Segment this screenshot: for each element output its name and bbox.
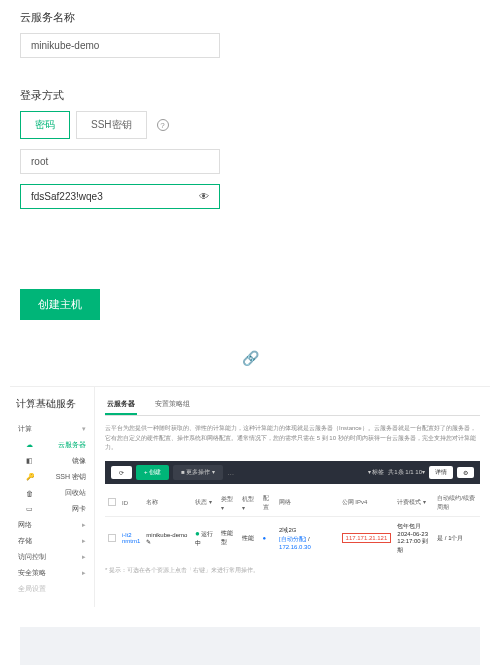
password-value: fdsSaf223!wqe3 [31, 191, 103, 202]
tab-placement-group[interactable]: 安置策略组 [153, 395, 192, 415]
sidebar-item-image[interactable]: ◧ 镜像 [16, 453, 88, 469]
cell-cfg[interactable]: ● [260, 516, 277, 560]
create-host-button[interactable]: 创建主机 [20, 289, 100, 320]
sidebar-item-security[interactable]: 安全策略▸ [16, 565, 88, 581]
create-button[interactable]: + 创建 [136, 465, 169, 480]
col-cfg: 配置 [260, 490, 277, 517]
sidebar-item-ssh[interactable]: 🔑 SSH 密钥 [16, 469, 88, 485]
sidebar: 计算基础服务 计算▾ ☁ 云服务器 ◧ 镜像 🔑 SSH 密钥 🗑 回收站 ▭ … [10, 387, 95, 607]
cell-status: ● 运行中 [192, 516, 218, 560]
sidebar-item-global: 全局设置 [16, 581, 88, 597]
sidebar-item-compute[interactable]: 计算▾ [16, 421, 88, 437]
cell-public-ip: 117.171.21.121 [339, 516, 395, 560]
tab-ssh-key[interactable]: SSH密钥 [76, 111, 147, 139]
cell-net: 2域2G[自动分配] / 172.16.0.30 [276, 516, 338, 560]
tab-cloud-server[interactable]: 云服务器 [105, 395, 137, 415]
sidebar-item-access[interactable]: 访问控制▸ [16, 549, 88, 565]
col-auto: 自动续约/续费周期 [434, 490, 480, 517]
select-all-checkbox[interactable] [108, 498, 116, 506]
col-name[interactable]: 名称 [143, 490, 192, 517]
table-tip: * 提示：可选在各个资源上点击「右键」来进行常用操作。 [105, 566, 480, 575]
link-icon: 🔗 [0, 350, 500, 366]
description-text: 云平台为您提供一种随时获取的、弹性的计算能力，这种计算能力的体现就是云服务器（I… [105, 424, 480, 453]
service-name-input[interactable]: minikube-demo [20, 33, 220, 58]
settings-icon[interactable]: ⚙ [457, 467, 474, 478]
more-actions-button[interactable]: ■ 更多操作 ▾ [173, 465, 223, 480]
sidebar-item-recycle[interactable]: 🗑 回收站 [16, 485, 88, 501]
col-bill[interactable]: 计费模式 ▾ [394, 490, 434, 517]
table-row[interactable]: i-lt2nmtm1 minikube-demo ✎ ● 运行中 性能型 性能 … [105, 516, 480, 560]
col-id[interactable]: ID [119, 490, 143, 517]
cell-id[interactable]: i-lt2nmtm1 [119, 516, 143, 560]
row-checkbox[interactable] [108, 534, 116, 542]
sidebar-item-storage[interactable]: 存储▸ [16, 533, 88, 549]
toolbar: ⟳ + 创建 ■ 更多操作 ▾ … ▾ 标签 共1条 1/1 10▾ 详情 ⚙ [105, 461, 480, 484]
cell-type: 性能型 [218, 516, 239, 560]
eye-icon[interactable]: 👁 [199, 191, 209, 202]
col-type[interactable]: 类型 ▾ [218, 490, 239, 517]
detail-button[interactable]: 详情 [429, 466, 453, 479]
sidebar-item-server[interactable]: ☁ 云服务器 [16, 437, 88, 453]
cell-perf: 性能 [239, 516, 259, 560]
cell-auto: 是 / 1个月 [434, 516, 480, 560]
cell-billing: 包年包月2024-06-2312:17:00 到期 [394, 516, 434, 560]
sidebar-title: 计算基础服务 [16, 397, 88, 411]
placeholder-block [20, 627, 480, 665]
help-icon[interactable]: ? [157, 119, 169, 131]
refresh-button[interactable]: ⟳ [111, 466, 132, 479]
col-status[interactable]: 状态 ▾ [192, 490, 218, 517]
sidebar-item-network[interactable]: 网络▸ [16, 517, 88, 533]
sidebar-item-nic[interactable]: ▭ 网卡 [16, 501, 88, 517]
pagination[interactable]: 共1条 1/1 10▾ [388, 468, 425, 477]
service-name-label: 云服务名称 [20, 10, 480, 25]
col-model[interactable]: 机型 ▾ [239, 490, 259, 517]
col-pub: 公网 IPv4 [339, 490, 395, 517]
tab-password[interactable]: 密码 [20, 111, 70, 139]
server-table: ID 名称 状态 ▾ 类型 ▾ 机型 ▾ 配置 网络 公网 IPv4 计费模式 … [105, 490, 480, 560]
cell-name: minikube-demo ✎ [143, 516, 192, 560]
tag-filter[interactable]: ▾ 标签 [368, 468, 385, 477]
login-method-label: 登录方式 [20, 88, 480, 103]
username-input[interactable]: root [20, 149, 220, 174]
col-net: 网络 [276, 490, 338, 517]
password-input[interactable]: fdsSaf223!wqe3 👁 [20, 184, 220, 209]
